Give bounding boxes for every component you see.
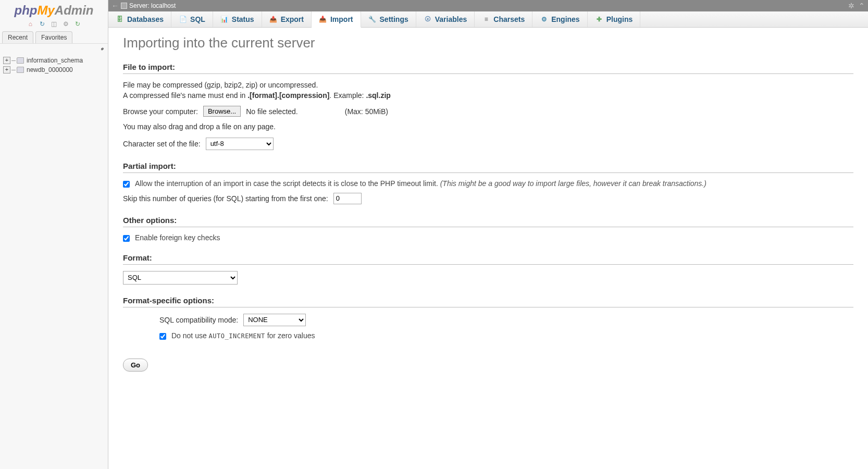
logo[interactable]: phpMyAdmin [0,0,108,19]
collapse-top-icon[interactable]: ⌃ [859,2,865,10]
docs-icon[interactable]: ◫ [50,20,58,28]
tab-plugins[interactable]: ✚Plugins [588,11,641,27]
nav-icons: ⌂ ↻ ◫ ⚙ ↻ [0,19,108,31]
logo-php: php [15,3,38,17]
databases-icon: 🗄 [116,15,124,23]
section-format-heading: Format: [123,253,853,265]
charset-select[interactable]: utf-8 [206,138,274,150]
skip-input[interactable] [333,193,362,204]
skip-label: Skip this number of queries (for SQL) st… [123,194,328,203]
drag-hint: You may also drag and drop a file on any… [123,122,853,132]
db-name: newdb_0000000 [27,66,73,73]
help-name-example: .sql.zip [366,91,390,100]
settings-icon: 🔧 [368,15,377,23]
no-autoincrement-checkbox[interactable] [159,333,166,340]
tab-settings[interactable]: 🔧Settings [361,11,416,27]
tab-label: SQL [190,15,205,23]
help-name-pre: A compressed file's name must end in [123,91,247,100]
main: ← Server: localhost ✲ ⌃ 🗄Databases📄SQL📊S… [108,0,868,469]
logo-admin: Admin [55,3,94,17]
help-name-format: .[format].[compression] [247,91,329,100]
tab-label: Databases [127,15,164,23]
noauto-pre: Do not use [171,331,209,340]
charset-label: Character set of the file: [123,140,201,148]
tab-sql[interactable]: 📄SQL [171,11,213,27]
sidebar: phpMyAdmin ⌂ ↻ ◫ ⚙ ↻ Recent Favorites ⚭ … [0,0,108,469]
tab-import[interactable]: 📥Import [312,11,361,28]
compat-select[interactable]: NONE [243,314,306,326]
tab-label: Variables [435,15,467,23]
tabs: 🗄Databases📄SQL📊Status📤Export📥Import🔧Sett… [108,11,868,28]
browse-label: Browse your computer: [123,107,198,116]
expand-icon[interactable]: + [3,57,10,64]
tab-label: Export [281,15,304,23]
reload-icon[interactable]: ↻ [73,20,81,28]
format-select[interactable]: SQL [123,271,238,285]
tab-charsets[interactable]: ≡Charsets [475,11,532,27]
expand-icon[interactable]: + [3,66,10,73]
fk-label: Enable foreign key checks [135,233,220,242]
engines-icon: ⚙ [540,15,548,23]
no-autoincrement-label: Do not use AUTO_INCREMENT for zero value… [171,331,315,340]
noauto-post: for zero values [265,331,315,340]
link-icon[interactable]: ⚭ [98,45,107,54]
compat-label: SQL compatibility mode: [159,316,238,324]
browse-button[interactable]: Browse... [203,106,241,117]
db-row[interactable]: + newdb_0000000 [3,65,105,75]
tab-databases[interactable]: 🗄Databases [108,11,171,27]
sidebar-tabs: Recent Favorites [0,31,108,44]
fk-checkbox[interactable] [123,235,130,242]
help-name-mid: . Example: [329,91,366,100]
logo-my: My [37,3,54,17]
server-icon [121,3,127,9]
section-partial-heading: Partial import: [123,162,853,173]
allow-interrupt-label: Allow the interruption of an import in c… [135,179,706,188]
charsets-icon: ≡ [482,15,490,23]
section-file-heading: File to import: [123,63,853,74]
tab-engines[interactable]: ⚙Engines [532,11,587,27]
tab-label: Status [232,15,254,23]
breadcrumb-server[interactable]: Server: localhost [129,2,176,9]
plugins-icon: ✚ [595,15,603,23]
tab-label: Plugins [606,15,633,23]
db-name: information_schema [27,57,83,64]
content: Importing into the current server File t… [108,28,868,392]
variables-icon: ⦿ [424,15,432,23]
help-compressed: File may be compressed (gzip, bzip2, zip… [123,81,318,89]
home-icon[interactable]: ⌂ [27,20,34,28]
go-button[interactable]: Go [123,359,148,372]
max-size: (Max: 50MiB) [345,107,388,116]
sidebar-tab-recent[interactable]: Recent [2,31,33,43]
noauto-code: AUTO_INCREMENT [209,332,265,340]
settings-gear-icon[interactable]: ✲ [848,2,854,10]
logout-icon[interactable]: ↻ [38,20,46,28]
database-icon [17,67,24,73]
import-icon: 📥 [319,15,327,23]
tab-status[interactable]: 📊Status [213,11,262,27]
topbar: ← Server: localhost ✲ ⌃ [108,0,868,11]
tab-label: Settings [380,15,408,23]
database-icon [17,57,24,64]
allow-interrupt-checkbox[interactable] [123,181,130,188]
no-file-text: No file selected. [246,107,298,116]
section-other-heading: Other options: [123,216,853,227]
status-icon: 📊 [220,15,229,23]
file-help: File may be compressed (gzip, bzip2, zip… [123,80,853,101]
allow-interrupt-hint: (This might be a good way to import larg… [440,179,706,188]
sql-icon: 📄 [179,15,187,23]
db-tree: + information_schema + newdb_0000000 [0,54,108,77]
tab-label: Engines [551,15,579,23]
page-title: Importing into the current server [123,35,853,51]
db-row[interactable]: + information_schema [3,56,105,65]
tab-label: Charsets [493,15,525,23]
collapse-sidebar-icon[interactable]: ← [111,2,119,10]
sidebar-tab-favorites[interactable]: Favorites [35,31,72,43]
allow-interrupt-text: Allow the interruption of an import in c… [135,179,438,188]
tab-export[interactable]: 📤Export [262,11,312,27]
tab-label: Import [330,15,353,23]
section-fso-heading: Format-specific options: [123,296,853,307]
tab-variables[interactable]: ⦿Variables [416,11,475,27]
gear-icon[interactable]: ⚙ [62,20,70,28]
export-icon: 📤 [269,15,278,23]
